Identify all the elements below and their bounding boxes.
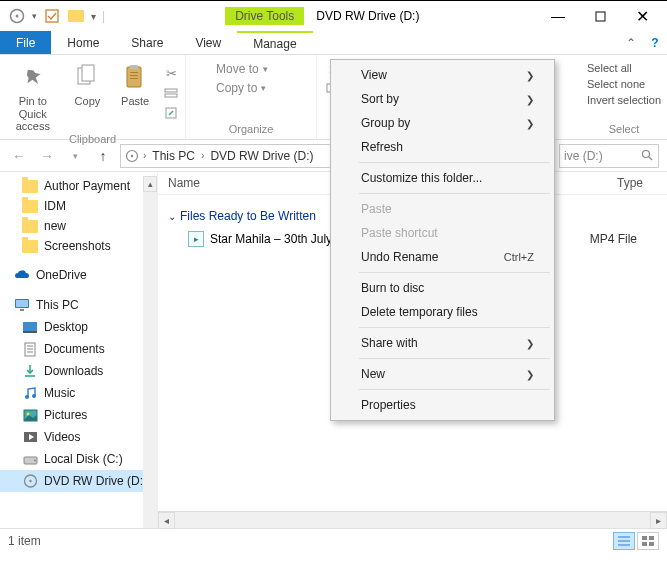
nav-videos[interactable]: Videos [0,426,157,448]
nav-scrollbar[interactable]: ▴ [143,176,157,528]
svg-point-37 [29,480,31,482]
copy-to-icon [196,80,212,96]
video-file-icon: ▸ [188,231,204,247]
search-box[interactable]: ive (D:) [559,144,659,168]
tab-share[interactable]: Share [115,31,179,54]
music-icon [22,385,38,401]
crumb-this-pc[interactable]: This PC [150,149,197,163]
folder-icon [22,240,38,253]
svg-rect-12 [165,94,177,97]
menu-properties[interactable]: Properties [333,393,552,417]
copy-icon [71,61,103,93]
nav-folder[interactable]: IDM [0,196,157,216]
submenu-arrow-icon: ❯ [526,70,534,81]
nav-music[interactable]: Music [0,382,157,404]
menu-burn-to-disc[interactable]: Burn to disc [333,276,552,300]
nav-label: DVD RW Drive (D:) [44,474,147,488]
folder-qat-icon[interactable] [67,7,85,25]
properties-icon[interactable] [43,7,61,25]
menu-customize-folder[interactable]: Customize this folder... [333,166,552,190]
select-none-button[interactable]: Select none [587,77,645,91]
horizontal-scrollbar[interactable]: ◂ ▸ [158,511,667,528]
svg-rect-7 [130,65,138,69]
nav-label: Videos [44,430,80,444]
tab-home[interactable]: Home [51,31,115,54]
maximize-button[interactable] [579,2,621,30]
copy-to-button[interactable]: Copy to▾ [196,80,266,96]
select-all-button[interactable]: Select all [587,61,632,75]
svg-line-18 [649,157,652,160]
accelerator: Ctrl+Z [504,251,534,263]
tab-view[interactable]: View [179,31,237,54]
minimize-ribbon-button[interactable]: ⌃ [619,31,643,54]
svg-rect-8 [130,72,138,73]
menu-paste-shortcut: Paste shortcut [333,221,552,245]
nav-folder[interactable]: new [0,216,157,236]
tab-file[interactable]: File [0,31,51,54]
title-bar: ▾ ▾ | Drive Tools DVD RW Drive (D:) — ✕ [0,1,667,31]
nav-folder[interactable]: Screenshots [0,236,157,256]
scroll-left-icon[interactable]: ◂ [158,512,175,529]
menu-refresh[interactable]: Refresh [333,135,552,159]
cut-button[interactable]: ✂ [163,65,179,81]
chevron-right-icon[interactable]: › [141,150,148,161]
scroll-up-icon[interactable]: ▴ [143,176,157,192]
pin-to-quick-access-button[interactable]: Pin to Quick access [6,61,60,133]
nav-documents[interactable]: Documents [0,338,157,360]
context-menu: View❯ Sort by❯ Group by❯ Refresh Customi… [330,59,555,421]
svg-rect-21 [20,309,24,311]
quick-access-toolbar: ▾ ▾ | [4,7,105,25]
nav-label: Desktop [44,320,88,334]
recent-locations-button[interactable]: ▾ [64,145,86,167]
folder-icon [22,200,38,213]
minimize-button[interactable]: — [537,2,579,30]
forward-button[interactable]: → [36,145,58,167]
nav-downloads[interactable]: Downloads [0,360,157,382]
submenu-arrow-icon: ❯ [526,369,534,380]
nav-pictures[interactable]: Pictures [0,404,157,426]
large-icons-view-button[interactable] [637,532,659,550]
menu-group-by[interactable]: Group by❯ [333,111,552,135]
menu-view[interactable]: View❯ [333,63,552,87]
nav-local-disk[interactable]: Local Disk (C:) [0,448,157,470]
invert-selection-button[interactable]: Invert selection [587,93,661,107]
chevron-down-icon: ⌄ [168,211,176,222]
up-button[interactable]: ↑ [92,145,114,167]
menu-share-with[interactable]: Share with❯ [333,331,552,355]
submenu-arrow-icon: ❯ [526,94,534,105]
move-to-button[interactable]: Move to▾ [196,61,268,77]
drive-icon [22,451,38,467]
move-to-icon [196,61,212,77]
svg-rect-43 [642,542,647,546]
menu-delete-temp-files[interactable]: Delete temporary files [333,300,552,324]
scroll-right-icon[interactable]: ▸ [650,512,667,529]
copy-path-button[interactable] [163,85,179,101]
svg-point-17 [643,151,650,158]
close-button[interactable]: ✕ [621,2,663,30]
qat-overflow-icon[interactable]: ▾ [91,11,96,22]
svg-rect-23 [23,331,37,333]
paste-shortcut-button[interactable] [163,105,179,121]
nav-desktop[interactable]: Desktop [0,316,157,338]
svg-point-16 [131,154,133,156]
copy-button[interactable]: Copy [68,61,108,108]
nav-dvd-drive[interactable]: DVD RW Drive (D:) [0,470,157,492]
paste-button[interactable]: Paste [115,61,155,108]
nav-this-pc[interactable]: This PC [0,294,157,316]
svg-rect-42 [649,536,654,540]
menu-sort-by[interactable]: Sort by❯ [333,87,552,111]
folder-icon [22,220,38,233]
nav-onedrive[interactable]: OneDrive [0,264,157,286]
menu-new[interactable]: New❯ [333,362,552,386]
crumb-drive[interactable]: DVD RW Drive (D:) [208,149,315,163]
nav-label: Screenshots [44,239,111,253]
menu-undo-rename[interactable]: Undo RenameCtrl+Z [333,245,552,269]
tab-manage[interactable]: Manage [237,31,312,54]
column-type[interactable]: Type [577,176,657,190]
details-view-button[interactable] [613,532,635,550]
help-button[interactable]: ? [643,31,667,54]
nav-folder[interactable]: Author Payment [0,176,157,196]
back-button[interactable]: ← [8,145,30,167]
nav-label: Author Payment [44,179,130,193]
chevron-right-icon[interactable]: › [199,150,206,161]
